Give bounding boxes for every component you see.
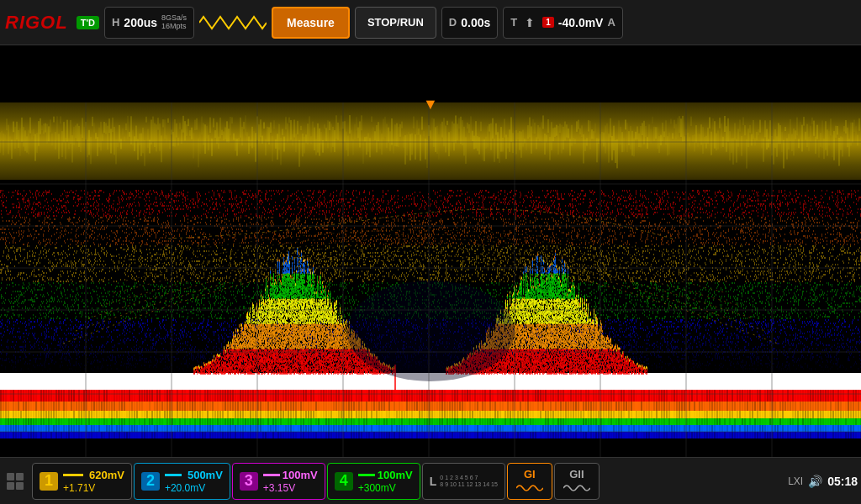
delay-group[interactable]: D 0.00s	[441, 7, 498, 39]
right-info: LXI 🔊 05:18	[788, 475, 858, 488]
timebase-group[interactable]: H 200us 8GSa/s 16Mpts	[104, 7, 194, 39]
ch1-indicator[interactable]: 1 620mV +1.71V	[32, 463, 132, 500]
sine-decoration	[199, 14, 267, 31]
measure-button[interactable]: Measure	[272, 7, 350, 39]
ch4-scale: 100mV	[378, 469, 413, 481]
statusbar: 1 620mV +1.71V 2 500mV +20.0mV 3 100mV	[0, 457, 861, 504]
ch2-line	[165, 474, 182, 476]
time-offset: 0.00s	[461, 16, 490, 29]
stoprun-button[interactable]: STOP/RUN	[355, 7, 436, 39]
l-label: L	[430, 475, 437, 488]
gi-button[interactable]: GI	[507, 463, 552, 500]
ch1-number: 1	[40, 472, 58, 491]
ch-badge: 1	[542, 17, 554, 28]
gii-label: GII	[569, 468, 584, 480]
ch2-offset: +20.0mV	[165, 482, 223, 494]
ch2-scale: 500mV	[188, 469, 223, 481]
ch2-number: 2	[141, 472, 160, 491]
gii-wave-icon	[563, 482, 590, 494]
gi-label: GI	[524, 468, 536, 480]
timebase-value: 200us	[124, 16, 157, 29]
sample-info: 8GSa/s 16Mpts	[161, 14, 187, 31]
oscilloscope-display: ▼ 1	[0, 45, 861, 457]
lxi-label: LXI	[788, 475, 803, 487]
toolbar: RIGOL T'D H 200us 8GSa/s 16Mpts Measure …	[0, 0, 861, 45]
ch3-number: 3	[240, 472, 258, 491]
menu-grid-icon[interactable]	[3, 470, 27, 493]
l-indicator[interactable]: L 0 1 2 3 4 5 6 7 8 9 10 11 12 13 14 15	[422, 463, 505, 500]
h-label: H	[112, 16, 119, 29]
trigger-ch: A	[607, 16, 615, 29]
ch4-number: 4	[335, 472, 353, 491]
trigger-icon: ⬆	[521, 14, 538, 31]
t-label: T	[510, 16, 517, 29]
ch1-line	[63, 474, 83, 476]
gii-button[interactable]: GII	[554, 463, 600, 500]
ch3-indicator[interactable]: 3 100mV +3.15V	[232, 463, 325, 500]
ch3-line	[263, 474, 280, 476]
td-badge: T'D	[77, 16, 99, 29]
trigger-level: -40.0mV	[558, 16, 604, 29]
ch3-scale: 100mV	[283, 469, 318, 481]
trigger-arrow: ▼	[423, 96, 438, 113]
ch4-offset: +300mV	[358, 482, 413, 494]
gi-wave-icon	[516, 482, 543, 494]
ch1-offset: +1.71V	[63, 482, 124, 494]
time-display: 05:18	[827, 475, 858, 488]
ch1-scale: 620mV	[89, 469, 124, 481]
ch3-offset: +3.15V	[263, 482, 318, 494]
trigger-group[interactable]: T ⬆ 1 -40.0mV A	[503, 7, 623, 39]
ch2-indicator[interactable]: 2 500mV +20.0mV	[134, 463, 230, 500]
rigol-logo: RIGOL	[5, 12, 68, 34]
d-label: D	[449, 16, 457, 29]
ch4-line	[358, 474, 375, 476]
speaker-icon: 🔊	[808, 475, 822, 488]
ch4-indicator[interactable]: 4 100mV +300mV	[327, 463, 420, 500]
